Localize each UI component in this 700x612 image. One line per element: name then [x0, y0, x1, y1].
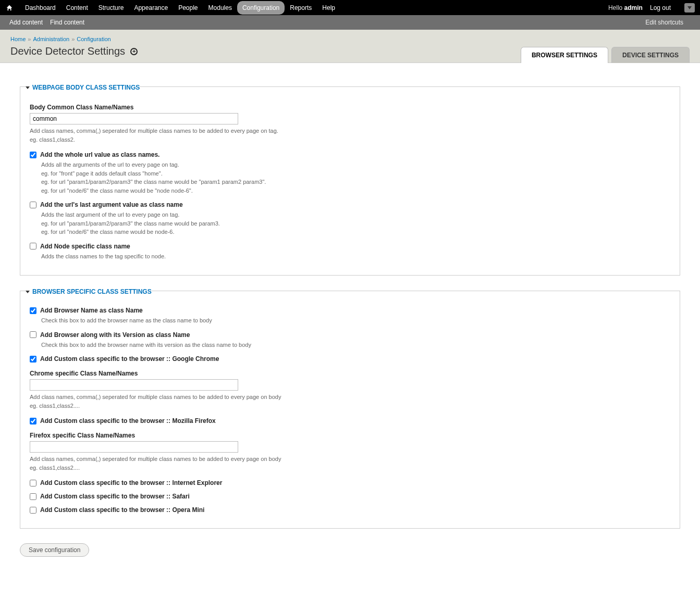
chk-node-input[interactable]: [30, 243, 36, 249]
chk-chrome: Add Custom class specific to the browser…: [30, 355, 670, 363]
body-common-class-input[interactable]: [30, 113, 238, 124]
tab-device-settings[interactable]: DEVICE SETTINGS: [611, 47, 690, 63]
field-description: Adds all the arguments of the url to eve…: [41, 160, 670, 195]
chk-browser-name: Add Browser Name as class Name Check thi…: [30, 307, 670, 325]
shortcut-bar: Add contentFind content Edit shortcuts: [0, 15, 700, 30]
field-description: Adds the class names to the tag specific…: [41, 252, 670, 261]
toolbar-menu-item[interactable]: Configuration: [237, 1, 285, 15]
tab-browser-settings[interactable]: BROWSER SETTINGS: [521, 47, 608, 63]
breadcrumb-separator: »: [26, 36, 33, 42]
chk-label: Add Custom class specific to the browser…: [40, 417, 216, 424]
panel-webpage-body-class: WEBPAGE BODY CLASS SETTINGS Body Common …: [20, 80, 680, 276]
field-description: Add class names, comma(,) seperated for …: [30, 455, 670, 472]
toolbar-menu-item[interactable]: Content: [61, 1, 93, 15]
panel-browser-specific: BROWSER SPECIFIC CLASS SETTINGS Add Brow…: [20, 284, 680, 529]
chk-firefox-input[interactable]: [30, 418, 36, 424]
toolbar-menu-item[interactable]: Appearance: [129, 1, 173, 15]
chk-safari: Add Custom class specific to the browser…: [30, 493, 670, 500]
chevron-down-icon: [26, 86, 30, 89]
breadcrumb-item[interactable]: Home: [10, 36, 26, 42]
chk-label: Add Custom class specific to the browser…: [40, 493, 190, 500]
chk-opera-input[interactable]: [30, 507, 36, 514]
chevron-down-icon: [26, 291, 30, 293]
field-label: Firefox specific Class Name/Names: [30, 432, 670, 439]
toolbar-menu-item[interactable]: Reports: [285, 1, 317, 15]
chk-browser-version-input[interactable]: [30, 331, 36, 338]
primary-tabs: BROWSER SETTINGSDEVICE SETTINGS: [521, 47, 690, 63]
field-label: Body Common Class Name/Names: [30, 104, 670, 111]
hello-text: Hello admin: [608, 4, 643, 11]
chk-last-arg-input[interactable]: [30, 202, 36, 208]
breadcrumb-item[interactable]: Configuration: [77, 36, 110, 42]
chrome-class-field: Chrome specific Class Name/Names Add cla…: [30, 370, 670, 410]
chk-browser-version: Add Browser along with its Version as cl…: [30, 331, 670, 349]
body-common-class-field: Body Common Class Name/Names Add class n…: [30, 104, 670, 144]
chk-whole-url-input[interactable]: [30, 152, 36, 158]
firefox-class-field: Firefox specific Class Name/Names Add cl…: [30, 432, 670, 472]
field-description: Check this box to add the browser name a…: [41, 316, 670, 325]
chk-label: Add Browser along with its Version as cl…: [40, 331, 190, 339]
chk-browser-name-input[interactable]: [30, 307, 36, 314]
chk-node-specific: Add Node specific class name Adds the cl…: [30, 243, 670, 261]
field-description: Add class names, comma(,) seperated for …: [30, 127, 670, 144]
toolbar-menu-item[interactable]: Structure: [93, 1, 129, 15]
breadcrumb-item[interactable]: Administration: [33, 36, 69, 42]
chk-label: Add Custom class specific to the browser…: [40, 506, 204, 514]
toolbar-menu-item[interactable]: Modules: [203, 1, 237, 15]
chrome-class-input[interactable]: [30, 379, 238, 391]
shortcut-link[interactable]: Add content: [9, 19, 43, 26]
edit-shortcuts-link[interactable]: Edit shortcuts: [645, 19, 683, 26]
field-description: Add class names, comma(,) seperated for …: [30, 393, 670, 410]
chk-label: Add the url's last argument value as cla…: [40, 201, 183, 208]
chk-whole-url: Add the whole url value as class names. …: [30, 151, 670, 195]
content-region: WEBPAGE BODY CLASS SETTINGS Body Common …: [0, 63, 700, 572]
panel-legend[interactable]: WEBPAGE BODY CLASS SETTINGS: [26, 80, 140, 93]
chk-chrome-input[interactable]: [30, 356, 36, 363]
chk-firefox: Add Custom class specific to the browser…: [30, 417, 670, 424]
chk-opera: Add Custom class specific to the browser…: [30, 506, 670, 514]
toolbar-menu-item[interactable]: Dashboard: [20, 1, 61, 15]
field-description: Check this box to add the browser name w…: [41, 341, 670, 349]
breadcrumb-separator: »: [69, 36, 77, 42]
chk-label: Add Custom class specific to the browser…: [40, 355, 219, 363]
chk-safari-input[interactable]: [30, 493, 36, 500]
breadcrumb: Home»Administration»Configuration: [10, 36, 690, 42]
field-label: Chrome specific Class Name/Names: [30, 370, 670, 377]
page-title: Device Detector Settings +: [10, 45, 138, 57]
logout-link[interactable]: Log out: [650, 4, 671, 11]
plus-icon[interactable]: +: [130, 48, 138, 55]
home-icon[interactable]: [5, 4, 14, 12]
field-description: Adds the last argument of the url to eve…: [41, 210, 670, 236]
branding-region: Home»Administration»Configuration Device…: [0, 30, 700, 63]
shortcut-link[interactable]: Find content: [50, 19, 84, 26]
firefox-class-input[interactable]: [30, 441, 238, 453]
toolbar-toggle-icon[interactable]: [684, 3, 695, 13]
toolbar-menu-item[interactable]: Help: [317, 1, 340, 15]
chk-label: Add the whole url value as class names.: [40, 151, 159, 158]
save-button[interactable]: Save configuration: [20, 543, 89, 557]
chk-label: Add Custom class specific to the browser…: [40, 479, 222, 486]
toolbar-menu: DashboardContentStructureAppearancePeopl…: [20, 1, 340, 15]
chk-last-arg: Add the url's last argument value as cla…: [30, 201, 670, 236]
chk-ie: Add Custom class specific to the browser…: [30, 479, 670, 486]
chk-ie-input[interactable]: [30, 480, 36, 486]
panel-legend[interactable]: BROWSER SPECIFIC CLASS SETTINGS: [26, 284, 152, 297]
chk-label: Add Node specific class name: [40, 243, 130, 250]
chk-label: Add Browser Name as class Name: [40, 307, 143, 314]
toolbar-menu-item[interactable]: People: [173, 1, 203, 15]
admin-toolbar: DashboardContentStructureAppearancePeopl…: [0, 0, 700, 15]
